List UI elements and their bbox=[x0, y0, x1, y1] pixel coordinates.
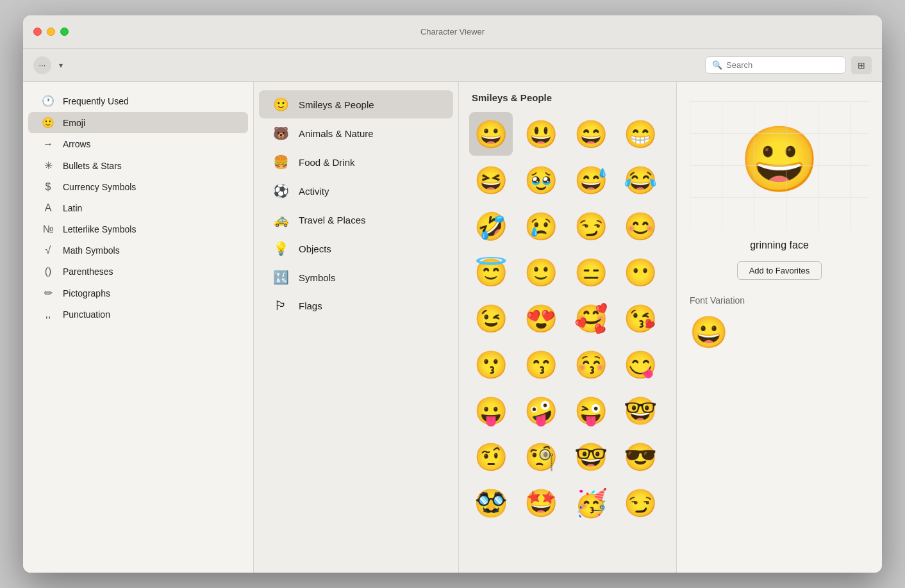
detail-emoji: 😀 bbox=[740, 127, 820, 191]
emoji-panel-title: Smileys & People bbox=[469, 92, 666, 103]
currency-symbols-icon: $ bbox=[41, 181, 55, 193]
search-bar: 🔍 bbox=[705, 56, 846, 74]
emoji-cell[interactable]: 😅 bbox=[569, 158, 613, 202]
emoji-cell[interactable]: 🤩 bbox=[519, 481, 563, 525]
activity-cat-label: Activity bbox=[299, 186, 329, 197]
flags-cat-icon: 🏳 bbox=[272, 298, 290, 313]
search-icon: 🔍 bbox=[712, 60, 722, 70]
category-item-food-drink[interactable]: 🍔 Food & Drink bbox=[259, 148, 453, 176]
emoji-cell[interactable]: 🤓 bbox=[619, 389, 662, 432]
emoji-cell[interactable]: 😑 bbox=[569, 250, 613, 294]
letterlike-symbols-icon: № bbox=[41, 224, 55, 235]
toolbar: ··· ▾ 🔍 ⊞ bbox=[23, 49, 882, 82]
symbols-cat-label: Symbols bbox=[299, 272, 336, 283]
category-item-activity[interactable]: ⚽ Activity bbox=[259, 177, 453, 205]
sidebar-item-frequently-used[interactable]: 🕐 Frequently Used bbox=[28, 90, 248, 111]
font-variation-title: Font Variation bbox=[690, 295, 745, 306]
emoji-cell[interactable]: 😘 bbox=[619, 297, 662, 340]
sidebar-item-letterlike-symbols[interactable]: № Letterlike Symbols bbox=[28, 219, 248, 240]
detail-panel: 😀 grinning face Add to Favorites Font Va… bbox=[677, 82, 882, 573]
font-variation-emoji[interactable]: 😀 bbox=[690, 314, 728, 350]
maximize-button[interactable] bbox=[60, 28, 69, 36]
emoji-cell[interactable]: 😶 bbox=[619, 250, 662, 294]
flags-cat-label: Flags bbox=[299, 300, 322, 311]
emoji-grid: 😀😃😄😁😆🥹😅😂🤣😢😏😊😇🙂😑😶😉😍🥰😘😗😙😚😋😛🤪😜🤓🤨🧐🤓😎🥸🤩🥳😏 bbox=[469, 112, 666, 525]
emoji-cell[interactable]: 😢 bbox=[519, 204, 563, 248]
emoji-cell[interactable]: 😏 bbox=[619, 481, 662, 525]
category-item-travel-places[interactable]: 🚕 Travel & Places bbox=[259, 206, 453, 234]
traffic-lights bbox=[33, 28, 69, 36]
latin-label: Latin bbox=[63, 203, 82, 213]
math-symbols-icon: √ bbox=[41, 245, 55, 256]
emoji-cell[interactable]: 🤪 bbox=[519, 389, 563, 432]
emoji-cell[interactable]: 🥳 bbox=[569, 481, 613, 525]
emoji-cell[interactable]: 😂 bbox=[619, 158, 662, 202]
window-title: Character Viewer bbox=[420, 27, 485, 37]
math-symbols-label: Math Symbols bbox=[63, 245, 120, 256]
category-item-animals-nature[interactable]: 🐻 Animals & Nature bbox=[259, 119, 453, 147]
sidebar-item-parentheses[interactable]: () Parentheses bbox=[28, 261, 248, 282]
sidebar-item-bullets-stars[interactable]: ✳ Bullets & Stars bbox=[28, 155, 248, 176]
emoji-cell[interactable]: 😏 bbox=[569, 204, 613, 248]
chevron-button[interactable]: ▾ bbox=[56, 58, 65, 72]
emoji-cell[interactable]: 😄 bbox=[569, 112, 613, 156]
sidebar-item-punctuation[interactable]: ,, Punctuation bbox=[28, 304, 248, 325]
emoji-cell[interactable]: 😍 bbox=[519, 297, 563, 340]
sidebar-item-math-symbols[interactable]: √ Math Symbols bbox=[28, 240, 248, 261]
minimize-button[interactable] bbox=[47, 28, 55, 36]
parentheses-label: Parentheses bbox=[63, 266, 113, 277]
emoji-cell[interactable]: 🤣 bbox=[469, 204, 513, 248]
emoji-cell[interactable]: 😋 bbox=[619, 343, 662, 386]
search-input[interactable] bbox=[726, 60, 839, 70]
emoji-cell[interactable]: 😀 bbox=[469, 112, 513, 156]
symbols-cat-icon: 🔣 bbox=[272, 270, 290, 285]
smileys-people-cat-label: Smileys & People bbox=[299, 99, 374, 110]
emoji-cell[interactable]: 😆 bbox=[469, 158, 513, 202]
emoji-cell[interactable]: 😙 bbox=[519, 343, 563, 386]
frequently-used-icon: 🕐 bbox=[41, 95, 55, 107]
arrows-icon: → bbox=[41, 138, 55, 150]
arrows-label: Arrows bbox=[63, 139, 91, 149]
category-item-symbols[interactable]: 🔣 Symbols bbox=[259, 263, 453, 291]
emoji-cell[interactable]: 🥹 bbox=[519, 158, 563, 202]
sidebar-item-latin[interactable]: A Latin bbox=[28, 198, 248, 218]
grid-toggle-button[interactable]: ⊞ bbox=[851, 56, 872, 74]
emoji-cell[interactable]: 😎 bbox=[619, 435, 662, 478]
add-to-favorites-button[interactable]: Add to Favorites bbox=[737, 261, 822, 280]
pictographs-icon: ✏ bbox=[41, 287, 55, 299]
activity-cat-icon: ⚽ bbox=[272, 183, 290, 199]
emoji-cell[interactable]: 🙂 bbox=[519, 250, 563, 294]
emoji-cell[interactable]: 🥰 bbox=[569, 297, 613, 340]
emoji-cell[interactable]: 🤓 bbox=[569, 435, 613, 478]
category-item-objects[interactable]: 💡 Objects bbox=[259, 234, 453, 263]
emoji-cell[interactable]: 😁 bbox=[619, 112, 662, 156]
sidebar-item-pictographs[interactable]: ✏ Pictographs bbox=[28, 282, 248, 304]
detail-bg: 😀 bbox=[690, 101, 869, 229]
sidebar-item-emoji[interactable]: 🙂 Emoji bbox=[28, 112, 248, 133]
more-button[interactable]: ··· bbox=[33, 56, 51, 74]
food-drink-cat-icon: 🍔 bbox=[272, 154, 290, 170]
sidebar-item-arrows[interactable]: → Arrows bbox=[28, 134, 248, 154]
emoji-cell[interactable]: 🥸 bbox=[469, 481, 513, 525]
emoji-cell[interactable]: 🧐 bbox=[519, 435, 563, 478]
emoji-cell[interactable]: 😊 bbox=[619, 204, 662, 248]
sidebar: 🕐 Frequently Used 🙂 Emoji → Arrows ✳ Bul… bbox=[23, 82, 254, 573]
frequently-used-label: Frequently Used bbox=[63, 96, 129, 106]
titlebar: Character Viewer bbox=[23, 15, 882, 49]
emoji-icon: 🙂 bbox=[41, 117, 55, 129]
emoji-cell[interactable]: 😛 bbox=[469, 389, 513, 432]
emoji-cell[interactable]: 😇 bbox=[469, 250, 513, 294]
emoji-cell[interactable]: 🤨 bbox=[469, 435, 513, 478]
close-button[interactable] bbox=[33, 28, 42, 36]
bullets-stars-icon: ✳ bbox=[41, 159, 55, 172]
travel-places-cat-label: Travel & Places bbox=[299, 215, 365, 225]
sidebar-item-currency-symbols[interactable]: $ Currency Symbols bbox=[28, 177, 248, 197]
emoji-cell[interactable]: 😃 bbox=[519, 112, 563, 156]
category-item-smileys-people[interactable]: 🙂 Smileys & People bbox=[259, 90, 453, 118]
emoji-cell[interactable]: 😉 bbox=[469, 297, 513, 340]
emoji-cell[interactable]: 😚 bbox=[569, 343, 613, 386]
emoji-cell[interactable]: 😗 bbox=[469, 343, 513, 386]
category-item-flags[interactable]: 🏳 Flags bbox=[259, 292, 453, 320]
emoji-cell[interactable]: 😜 bbox=[569, 389, 613, 432]
animals-nature-cat-label: Animals & Nature bbox=[299, 128, 374, 139]
